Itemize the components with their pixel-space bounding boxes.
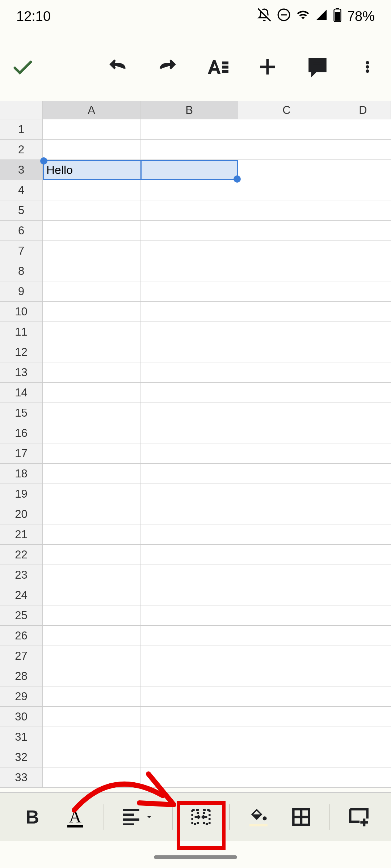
cell-C22[interactable]: [238, 545, 335, 565]
row-header-5[interactable]: 5: [0, 200, 43, 220]
cell-D28[interactable]: [335, 666, 391, 686]
merge-cells-button[interactable]: [186, 803, 215, 831]
cell-C7[interactable]: [238, 241, 335, 261]
cell-B23[interactable]: [140, 565, 238, 585]
cell-C27[interactable]: [238, 646, 335, 666]
col-header-C[interactable]: C: [238, 101, 335, 119]
cell-D29[interactable]: [335, 686, 391, 706]
cell-B4[interactable]: [140, 180, 238, 200]
cell-D11[interactable]: [335, 322, 391, 342]
row-header-16[interactable]: 16: [0, 423, 43, 443]
row-header-33[interactable]: 33: [0, 767, 43, 787]
cell-B27[interactable]: [140, 646, 238, 666]
row-header-20[interactable]: 20: [0, 504, 43, 524]
cell-B10[interactable]: [140, 302, 238, 322]
row-header-29[interactable]: 29: [0, 686, 43, 706]
row-header-11[interactable]: 11: [0, 322, 43, 342]
cell-A2[interactable]: [43, 140, 140, 159]
cell-D30[interactable]: [335, 707, 391, 727]
cell-A26[interactable]: [43, 626, 140, 646]
row-header-7[interactable]: 7: [0, 241, 43, 261]
cell-A22[interactable]: [43, 545, 140, 565]
cell-B26[interactable]: [140, 626, 238, 646]
cell-B28[interactable]: [140, 666, 238, 686]
cell-D8[interactable]: [335, 261, 391, 281]
insert-sheet-button[interactable]: [344, 803, 373, 831]
cell-A20[interactable]: [43, 504, 140, 524]
cell-A5[interactable]: [43, 200, 140, 220]
cell-B14[interactable]: [140, 383, 238, 403]
cell-A18[interactable]: [43, 464, 140, 484]
cell-A15[interactable]: [43, 403, 140, 423]
spreadsheet-grid[interactable]: A B C D 12345678910111213141516171819202…: [0, 101, 391, 792]
cell-B8[interactable]: [140, 261, 238, 281]
cell-A29[interactable]: [43, 686, 140, 706]
cell-A28[interactable]: [43, 666, 140, 686]
cell-D5[interactable]: [335, 200, 391, 220]
row-header-6[interactable]: 6: [0, 221, 43, 241]
cell-C33[interactable]: [238, 767, 335, 787]
cell-C12[interactable]: [238, 342, 335, 362]
cell-A7[interactable]: [43, 241, 140, 261]
cell-A3[interactable]: [43, 160, 140, 180]
cell-C9[interactable]: [238, 281, 335, 301]
row-header-30[interactable]: 30: [0, 707, 43, 727]
cell-D32[interactable]: [335, 747, 391, 767]
row-header-2[interactable]: 2: [0, 140, 43, 159]
cell-A33[interactable]: [43, 767, 140, 787]
cell-A8[interactable]: [43, 261, 140, 281]
cell-A6[interactable]: [43, 221, 140, 241]
row-header-27[interactable]: 27: [0, 646, 43, 666]
redo-button[interactable]: [155, 54, 180, 80]
cell-A24[interactable]: [43, 585, 140, 605]
borders-button[interactable]: [287, 803, 316, 831]
row-header-13[interactable]: 13: [0, 362, 43, 382]
cell-B15[interactable]: [140, 403, 238, 423]
cell-A31[interactable]: [43, 727, 140, 747]
cell-D25[interactable]: [335, 605, 391, 625]
cell-B33[interactable]: [140, 767, 238, 787]
cell-B19[interactable]: [140, 484, 238, 504]
cell-D17[interactable]: [335, 443, 391, 463]
cell-D31[interactable]: [335, 727, 391, 747]
text-color-button[interactable]: A: [61, 803, 90, 831]
cell-B24[interactable]: [140, 585, 238, 605]
row-header-15[interactable]: 15: [0, 403, 43, 423]
cell-C8[interactable]: [238, 261, 335, 281]
cell-A11[interactable]: [43, 322, 140, 342]
cell-A13[interactable]: [43, 362, 140, 382]
cell-B12[interactable]: [140, 342, 238, 362]
cell-A16[interactable]: [43, 423, 140, 443]
cell-C26[interactable]: [238, 626, 335, 646]
cell-B30[interactable]: [140, 707, 238, 727]
nav-handle[interactable]: [154, 855, 237, 859]
cell-A10[interactable]: [43, 302, 140, 322]
row-header-14[interactable]: 14: [0, 383, 43, 403]
cell-C25[interactable]: [238, 605, 335, 625]
cell-B21[interactable]: [140, 524, 238, 544]
row-header-3[interactable]: 3: [0, 160, 43, 180]
cell-B25[interactable]: [140, 605, 238, 625]
row-header-1[interactable]: 1: [0, 119, 43, 139]
cell-C6[interactable]: [238, 221, 335, 241]
insert-button[interactable]: [255, 54, 280, 80]
col-header-B[interactable]: B: [140, 101, 238, 119]
cell-B13[interactable]: [140, 362, 238, 382]
cell-D18[interactable]: [335, 464, 391, 484]
cell-C5[interactable]: [238, 200, 335, 220]
cell-C24[interactable]: [238, 585, 335, 605]
cell-B9[interactable]: [140, 281, 238, 301]
cell-B32[interactable]: [140, 747, 238, 767]
cell-C1[interactable]: [238, 119, 335, 139]
cell-C18[interactable]: [238, 464, 335, 484]
row-header-19[interactable]: 19: [0, 484, 43, 504]
row-header-17[interactable]: 17: [0, 443, 43, 463]
cell-D15[interactable]: [335, 403, 391, 423]
cell-A27[interactable]: [43, 646, 140, 666]
cell-D10[interactable]: [335, 302, 391, 322]
cell-A30[interactable]: [43, 707, 140, 727]
row-header-32[interactable]: 32: [0, 747, 43, 767]
cell-B11[interactable]: [140, 322, 238, 342]
cell-D7[interactable]: [335, 241, 391, 261]
cell-B18[interactable]: [140, 464, 238, 484]
